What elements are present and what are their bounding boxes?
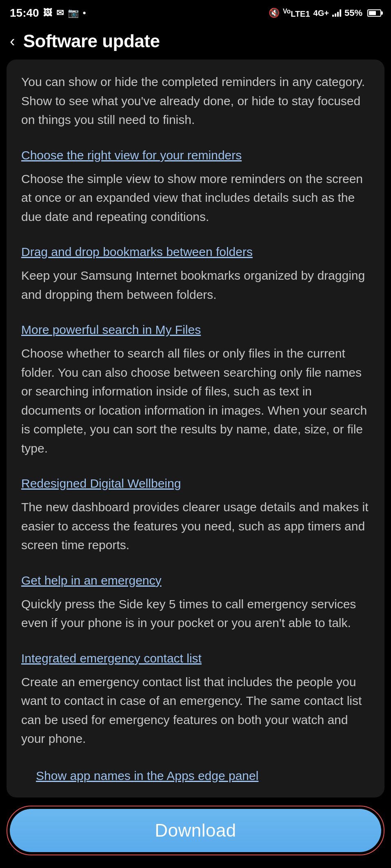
section-body-emergency-contacts: Create an emergency contact list that in…: [21, 673, 370, 749]
section-reminders-view: Choose the right view for your reminders…: [21, 147, 370, 227]
partial-section-title: Show app names in the Apps edge panel: [21, 766, 370, 783]
back-button[interactable]: ‹: [10, 33, 15, 49]
download-button-wrapper: Download: [7, 806, 384, 855]
bottom-area: Download: [0, 797, 391, 868]
section-emergency-contacts: Integrated emergency contact list Create…: [21, 650, 370, 749]
intro-text: You can show or hide the completed remin…: [21, 73, 370, 130]
section-body-my-files-search: Choose whether to search all files or on…: [21, 344, 370, 458]
time-display: 15:40: [10, 7, 39, 20]
header: ‹ Software update: [0, 24, 391, 60]
section-digital-wellbeing: Redesigned Digital Wellbeing The new das…: [21, 475, 370, 555]
section-bookmarks: Drag and drop bookmarks between folders …: [21, 243, 370, 304]
mail-icon: ✉: [56, 8, 64, 18]
section-body-bookmarks: Keep your Samsung Internet bookmarks org…: [21, 266, 370, 304]
battery-percentage: 55%: [344, 8, 362, 18]
network-type-label: 4G+: [313, 9, 329, 18]
mute-icon: 🔇: [269, 8, 280, 18]
signal-strength-icon: [332, 9, 341, 17]
status-bar: 15:40 🖼 ✉ 📷 • 🔇 VoLTE1 4G+ 55%: [0, 0, 391, 24]
section-title-emergency-help: Get help in an emergency: [21, 572, 370, 589]
section-body-digital-wellbeing: The new dashboard provides clearer usage…: [21, 498, 370, 555]
dot-icon: •: [83, 8, 86, 18]
section-body-reminders-view: Choose the simple view to show more remi…: [21, 170, 370, 227]
content-card: You can show or hide the completed remin…: [7, 60, 384, 797]
gallery-icon: 🖼: [43, 8, 52, 18]
section-title-my-files-search: More powerful search in My Files: [21, 321, 370, 338]
status-left: 15:40 🖼 ✉ 📷 •: [10, 7, 86, 20]
camera-icon: 📷: [68, 8, 79, 18]
section-my-files-search: More powerful search in My Files Choose …: [21, 321, 370, 458]
status-right: 🔇 VoLTE1 4G+ 55%: [269, 8, 381, 19]
section-body-emergency-help: Quickly press the Side key 5 times to ca…: [21, 595, 370, 633]
section-title-emergency-contacts: Integrated emergency contact list: [21, 650, 370, 667]
battery-icon: [367, 9, 381, 17]
section-title-digital-wellbeing: Redesigned Digital Wellbeing: [21, 475, 370, 492]
section-title-bookmarks: Drag and drop bookmarks between folders: [21, 243, 370, 261]
section-title-reminders-view: Choose the right view for your reminders: [21, 147, 370, 164]
section-emergency-help: Get help in an emergency Quickly press t…: [21, 572, 370, 633]
download-button[interactable]: Download: [10, 809, 381, 852]
network-label: VoLTE1: [283, 8, 310, 19]
page-title: Software update: [23, 31, 160, 51]
